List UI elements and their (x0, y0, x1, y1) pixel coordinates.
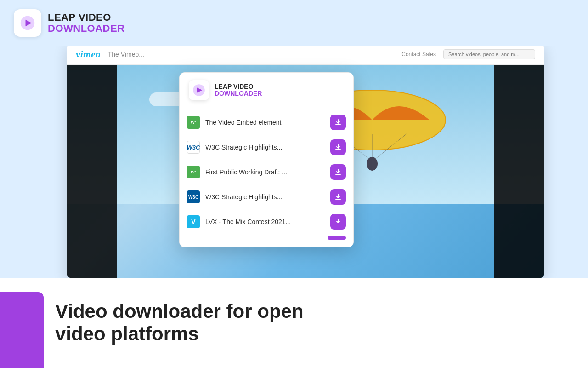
svg-point-8 (367, 157, 378, 171)
item-label-2: W3C Strategic Highlights... (205, 144, 325, 151)
browser-background: vimeo The Vimeo... Contact Sales (67, 44, 544, 278)
download-button-5[interactable] (330, 214, 346, 230)
dropdown-logo-icon (189, 80, 209, 100)
item-label-4: W3C Strategic Highlights... (205, 193, 325, 201)
cinema-bar-right (494, 65, 544, 278)
vimeo-logo: vimeo (76, 48, 101, 60)
download-button-2[interactable] (330, 139, 346, 155)
vimeo-page-title: The Vimeo... (108, 51, 395, 58)
list-item[interactable]: W³ The Video Embed element (180, 110, 353, 135)
favicon-w3schools-1: W³ (187, 116, 200, 129)
dropdown-list: W³ The Video Embed element W3C W3C Strat… (180, 108, 353, 247)
purple-accent (0, 292, 44, 368)
item-label-1: The Video Embed element (205, 119, 325, 126)
favicon-w3schools-2: W³ (187, 166, 200, 178)
item-label-5: LVX - The Mix Contest 2021... (205, 218, 325, 225)
dropdown-logo-subtitle: DOWNLOADER (215, 90, 262, 97)
logo-title: LEAP VIDEO (48, 12, 125, 23)
dropdown-logo-title: LEAP VIDEO (215, 83, 262, 90)
cinema-bar-left (67, 65, 117, 278)
vimeo-top-bar: vimeo The Vimeo... Contact Sales (67, 44, 544, 65)
dropdown-logo-text: LEAP VIDEO DOWNLOADER (215, 83, 262, 98)
vimeo-nav-contact: Contact Sales (401, 51, 436, 58)
download-dropdown: LEAP VIDEO DOWNLOADER W³ The Video Embed… (179, 72, 354, 247)
download-button-1[interactable] (330, 115, 346, 130)
list-item[interactable]: W3C W3C Strategic Highlights... (180, 135, 353, 160)
vimeo-search-input[interactable] (443, 49, 535, 59)
screenshot-container: vimeo The Vimeo... Contact Sales (67, 44, 544, 278)
bottom-text-area: Video downloader for openvideo platforms (55, 300, 304, 345)
logo-icon (14, 9, 41, 37)
item-label-3: First Public Working Draft: ... (205, 168, 325, 176)
download-button-4[interactable] (330, 189, 346, 205)
dropdown-scrollbar (328, 236, 346, 240)
download-button-3[interactable] (330, 164, 346, 180)
list-item[interactable]: V LVX - The Mix Contest 2021... (180, 209, 353, 234)
favicon-w3c-alt: W3C (187, 190, 200, 203)
bottom-title: Video downloader for openvideo platforms (55, 300, 304, 345)
main-logo: LEAP VIDEO DOWNLOADER (14, 9, 125, 37)
favicon-w3c-1: W3C (187, 141, 200, 154)
header: LEAP VIDEO DOWNLOADER (0, 0, 588, 46)
list-item[interactable]: W³ First Public Working Draft: ... (180, 160, 353, 184)
logo-text: LEAP VIDEO DOWNLOADER (48, 12, 125, 34)
bottom-section: Video downloader for openvideo platforms (0, 278, 588, 368)
list-item[interactable]: W3C W3C Strategic Highlights... (180, 184, 353, 209)
dropdown-header: LEAP VIDEO DOWNLOADER (180, 73, 353, 108)
favicon-vimeo: V (187, 215, 200, 228)
logo-subtitle: DOWNLOADER (48, 23, 125, 34)
